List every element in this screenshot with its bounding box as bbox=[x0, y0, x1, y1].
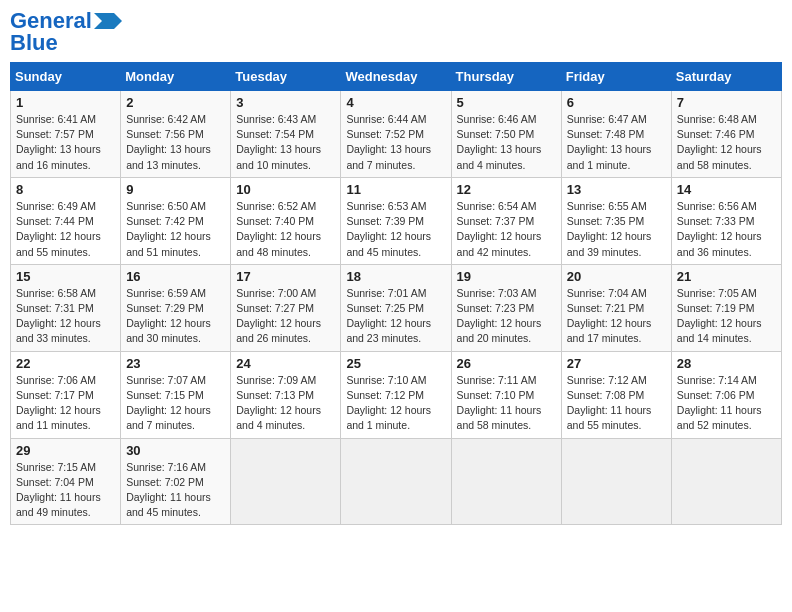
calendar-cell: 11 Sunrise: 6:53 AMSunset: 7:39 PMDaylig… bbox=[341, 177, 451, 264]
day-detail: Sunrise: 6:59 AMSunset: 7:29 PMDaylight:… bbox=[126, 286, 225, 347]
day-number: 7 bbox=[677, 95, 776, 110]
day-number: 29 bbox=[16, 443, 115, 458]
weekday-header-thursday: Thursday bbox=[451, 63, 561, 91]
calendar-cell: 27 Sunrise: 7:12 AMSunset: 7:08 PMDaylig… bbox=[561, 351, 671, 438]
calendar-cell: 24 Sunrise: 7:09 AMSunset: 7:13 PMDaylig… bbox=[231, 351, 341, 438]
day-number: 19 bbox=[457, 269, 556, 284]
day-detail: Sunrise: 7:04 AMSunset: 7:21 PMDaylight:… bbox=[567, 286, 666, 347]
day-detail: Sunrise: 7:09 AMSunset: 7:13 PMDaylight:… bbox=[236, 373, 335, 434]
calendar-cell: 17 Sunrise: 7:00 AMSunset: 7:27 PMDaylig… bbox=[231, 264, 341, 351]
day-number: 11 bbox=[346, 182, 445, 197]
day-detail: Sunrise: 6:43 AMSunset: 7:54 PMDaylight:… bbox=[236, 112, 335, 173]
day-detail: Sunrise: 6:47 AMSunset: 7:48 PMDaylight:… bbox=[567, 112, 666, 173]
day-detail: Sunrise: 6:53 AMSunset: 7:39 PMDaylight:… bbox=[346, 199, 445, 260]
day-number: 22 bbox=[16, 356, 115, 371]
calendar-cell: 14 Sunrise: 6:56 AMSunset: 7:33 PMDaylig… bbox=[671, 177, 781, 264]
calendar-cell: 23 Sunrise: 7:07 AMSunset: 7:15 PMDaylig… bbox=[121, 351, 231, 438]
day-detail: Sunrise: 6:48 AMSunset: 7:46 PMDaylight:… bbox=[677, 112, 776, 173]
calendar-cell: 2 Sunrise: 6:42 AMSunset: 7:56 PMDayligh… bbox=[121, 91, 231, 178]
calendar-cell: 6 Sunrise: 6:47 AMSunset: 7:48 PMDayligh… bbox=[561, 91, 671, 178]
calendar-cell: 1 Sunrise: 6:41 AMSunset: 7:57 PMDayligh… bbox=[11, 91, 121, 178]
calendar-cell bbox=[341, 438, 451, 525]
calendar-cell: 13 Sunrise: 6:55 AMSunset: 7:35 PMDaylig… bbox=[561, 177, 671, 264]
calendar-cell: 9 Sunrise: 6:50 AMSunset: 7:42 PMDayligh… bbox=[121, 177, 231, 264]
day-detail: Sunrise: 7:16 AMSunset: 7:02 PMDaylight:… bbox=[126, 460, 225, 521]
calendar-cell: 30 Sunrise: 7:16 AMSunset: 7:02 PMDaylig… bbox=[121, 438, 231, 525]
day-detail: Sunrise: 6:58 AMSunset: 7:31 PMDaylight:… bbox=[16, 286, 115, 347]
day-detail: Sunrise: 7:00 AMSunset: 7:27 PMDaylight:… bbox=[236, 286, 335, 347]
day-detail: Sunrise: 6:52 AMSunset: 7:40 PMDaylight:… bbox=[236, 199, 335, 260]
calendar-cell: 4 Sunrise: 6:44 AMSunset: 7:52 PMDayligh… bbox=[341, 91, 451, 178]
day-number: 27 bbox=[567, 356, 666, 371]
day-detail: Sunrise: 6:41 AMSunset: 7:57 PMDaylight:… bbox=[16, 112, 115, 173]
day-number: 23 bbox=[126, 356, 225, 371]
calendar-cell: 18 Sunrise: 7:01 AMSunset: 7:25 PMDaylig… bbox=[341, 264, 451, 351]
day-detail: Sunrise: 7:07 AMSunset: 7:15 PMDaylight:… bbox=[126, 373, 225, 434]
day-number: 18 bbox=[346, 269, 445, 284]
day-number: 15 bbox=[16, 269, 115, 284]
day-number: 24 bbox=[236, 356, 335, 371]
day-detail: Sunrise: 7:06 AMSunset: 7:17 PMDaylight:… bbox=[16, 373, 115, 434]
calendar-week-4: 22 Sunrise: 7:06 AMSunset: 7:17 PMDaylig… bbox=[11, 351, 782, 438]
day-detail: Sunrise: 7:05 AMSunset: 7:19 PMDaylight:… bbox=[677, 286, 776, 347]
calendar-cell: 15 Sunrise: 6:58 AMSunset: 7:31 PMDaylig… bbox=[11, 264, 121, 351]
day-detail: Sunrise: 7:11 AMSunset: 7:10 PMDaylight:… bbox=[457, 373, 556, 434]
weekday-header-saturday: Saturday bbox=[671, 63, 781, 91]
weekday-header-friday: Friday bbox=[561, 63, 671, 91]
day-number: 5 bbox=[457, 95, 556, 110]
weekday-header-monday: Monday bbox=[121, 63, 231, 91]
day-number: 21 bbox=[677, 269, 776, 284]
calendar-cell: 29 Sunrise: 7:15 AMSunset: 7:04 PMDaylig… bbox=[11, 438, 121, 525]
calendar-cell: 26 Sunrise: 7:11 AMSunset: 7:10 PMDaylig… bbox=[451, 351, 561, 438]
day-detail: Sunrise: 6:46 AMSunset: 7:50 PMDaylight:… bbox=[457, 112, 556, 173]
calendar-cell: 10 Sunrise: 6:52 AMSunset: 7:40 PMDaylig… bbox=[231, 177, 341, 264]
day-number: 2 bbox=[126, 95, 225, 110]
day-detail: Sunrise: 7:12 AMSunset: 7:08 PMDaylight:… bbox=[567, 373, 666, 434]
day-number: 14 bbox=[677, 182, 776, 197]
svg-marker-0 bbox=[94, 13, 122, 29]
calendar-week-1: 1 Sunrise: 6:41 AMSunset: 7:57 PMDayligh… bbox=[11, 91, 782, 178]
day-number: 13 bbox=[567, 182, 666, 197]
calendar-cell: 21 Sunrise: 7:05 AMSunset: 7:19 PMDaylig… bbox=[671, 264, 781, 351]
day-detail: Sunrise: 6:55 AMSunset: 7:35 PMDaylight:… bbox=[567, 199, 666, 260]
day-detail: Sunrise: 6:49 AMSunset: 7:44 PMDaylight:… bbox=[16, 199, 115, 260]
calendar-cell: 3 Sunrise: 6:43 AMSunset: 7:54 PMDayligh… bbox=[231, 91, 341, 178]
calendar-cell: 16 Sunrise: 6:59 AMSunset: 7:29 PMDaylig… bbox=[121, 264, 231, 351]
weekday-header-sunday: Sunday bbox=[11, 63, 121, 91]
day-number: 10 bbox=[236, 182, 335, 197]
calendar-cell bbox=[671, 438, 781, 525]
calendar-cell: 22 Sunrise: 7:06 AMSunset: 7:17 PMDaylig… bbox=[11, 351, 121, 438]
day-number: 25 bbox=[346, 356, 445, 371]
day-number: 1 bbox=[16, 95, 115, 110]
day-detail: Sunrise: 6:54 AMSunset: 7:37 PMDaylight:… bbox=[457, 199, 556, 260]
day-number: 26 bbox=[457, 356, 556, 371]
day-number: 12 bbox=[457, 182, 556, 197]
logo-blue-text: Blue bbox=[10, 32, 58, 54]
day-number: 9 bbox=[126, 182, 225, 197]
calendar-cell: 28 Sunrise: 7:14 AMSunset: 7:06 PMDaylig… bbox=[671, 351, 781, 438]
calendar-cell bbox=[231, 438, 341, 525]
weekday-header-wednesday: Wednesday bbox=[341, 63, 451, 91]
calendar-table: SundayMondayTuesdayWednesdayThursdayFrid… bbox=[10, 62, 782, 525]
day-number: 6 bbox=[567, 95, 666, 110]
calendar-cell: 12 Sunrise: 6:54 AMSunset: 7:37 PMDaylig… bbox=[451, 177, 561, 264]
page-header: General Blue bbox=[10, 10, 782, 54]
day-number: 28 bbox=[677, 356, 776, 371]
day-detail: Sunrise: 6:50 AMSunset: 7:42 PMDaylight:… bbox=[126, 199, 225, 260]
calendar-cell: 8 Sunrise: 6:49 AMSunset: 7:44 PMDayligh… bbox=[11, 177, 121, 264]
calendar-week-2: 8 Sunrise: 6:49 AMSunset: 7:44 PMDayligh… bbox=[11, 177, 782, 264]
day-detail: Sunrise: 6:44 AMSunset: 7:52 PMDaylight:… bbox=[346, 112, 445, 173]
day-detail: Sunrise: 6:56 AMSunset: 7:33 PMDaylight:… bbox=[677, 199, 776, 260]
calendar-week-3: 15 Sunrise: 6:58 AMSunset: 7:31 PMDaylig… bbox=[11, 264, 782, 351]
day-number: 16 bbox=[126, 269, 225, 284]
calendar-cell bbox=[451, 438, 561, 525]
calendar-cell: 19 Sunrise: 7:03 AMSunset: 7:23 PMDaylig… bbox=[451, 264, 561, 351]
logo-icon bbox=[94, 13, 122, 29]
day-detail: Sunrise: 7:10 AMSunset: 7:12 PMDaylight:… bbox=[346, 373, 445, 434]
day-number: 4 bbox=[346, 95, 445, 110]
logo: General Blue bbox=[10, 10, 122, 54]
calendar-cell: 25 Sunrise: 7:10 AMSunset: 7:12 PMDaylig… bbox=[341, 351, 451, 438]
day-number: 30 bbox=[126, 443, 225, 458]
calendar-cell: 20 Sunrise: 7:04 AMSunset: 7:21 PMDaylig… bbox=[561, 264, 671, 351]
day-number: 17 bbox=[236, 269, 335, 284]
